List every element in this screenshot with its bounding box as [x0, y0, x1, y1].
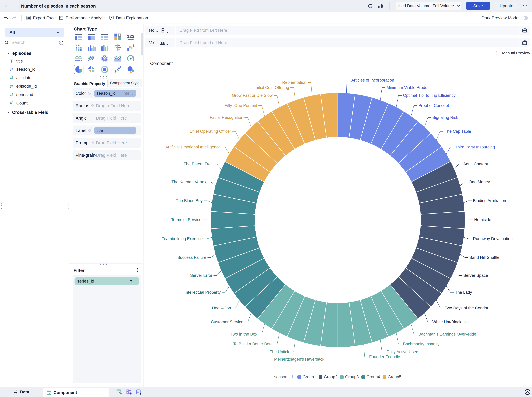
slice-label: Server Error	[190, 273, 212, 278]
field-chip-title[interactable]: title	[94, 127, 136, 134]
slice-label: Runaway Devaluation	[473, 236, 513, 241]
slice-label: Homicide	[474, 217, 491, 222]
slice-label: Daily Active Users	[387, 350, 419, 354]
chart-type-gauge-icon[interactable]	[127, 54, 135, 63]
export-excel-button[interactable]: Export Excel	[26, 12, 57, 24]
label-leader-line	[290, 340, 295, 352]
chart-type-radar-icon[interactable]	[100, 54, 109, 63]
gear-icon[interactable]	[88, 129, 91, 132]
data-volume-select[interactable]: Used Data Volume: Full Volume	[396, 2, 461, 10]
add-dashboard-icon[interactable]	[126, 389, 132, 395]
save-button[interactable]: Save	[466, 2, 490, 10]
toolbar-divider	[21, 15, 22, 21]
lineage-icon[interactable]	[378, 3, 384, 9]
chart-type-column-icon[interactable]	[87, 43, 96, 52]
kebab-menu-icon[interactable]	[135, 267, 140, 273]
chart-type-donut-icon[interactable]	[100, 65, 109, 74]
tab-data[interactable]: Data	[13, 387, 29, 397]
field-item-season-id[interactable]: season_id	[9, 65, 36, 74]
filter-dropzone[interactable]: series_id	[73, 275, 141, 383]
slice-label: Initial Coin Offering	[254, 85, 289, 90]
slice-label: Customer Service	[211, 320, 243, 324]
slice-label: The Lady	[455, 290, 472, 295]
search-input[interactable]: Search	[4, 38, 56, 47]
chart-type-block-icon[interactable]	[114, 33, 122, 41]
chevron-down-icon	[56, 30, 60, 35]
gear-icon[interactable]	[91, 104, 94, 108]
data-explanation-button[interactable]: Data Explanation	[109, 12, 148, 24]
property-row-label[interactable]: Label title	[73, 125, 141, 136]
legend-item[interactable]: Group3	[340, 375, 359, 379]
collapse-panel-icon[interactable]	[5, 3, 10, 9]
dark-preview-label: Dark Preview Mode	[482, 12, 518, 24]
tab-component[interactable]: Component	[43, 388, 109, 397]
search-options-icon[interactable]	[59, 40, 64, 45]
resize-handle[interactable]	[100, 76, 107, 79]
slice-label: Teambuilding Exercise	[162, 236, 203, 241]
property-row-prompt[interactable]: Prompt Drag Field Here	[73, 138, 141, 148]
gear-icon[interactable]	[91, 141, 95, 145]
add-report-icon[interactable]	[136, 389, 142, 395]
number-field-icon	[9, 67, 14, 72]
resize-handle[interactable]	[100, 262, 107, 265]
scrollbar[interactable]	[141, 33, 143, 56]
chart-type-bar-icon[interactable]	[114, 43, 122, 52]
window-resize-handle[interactable]	[0, 203, 2, 209]
chart-type-title: Chart Type	[74, 26, 97, 31]
chart-type-bubble-icon[interactable]	[127, 65, 135, 74]
legend-swatch	[297, 375, 301, 379]
field-item-episode-id[interactable]: episode_id	[9, 82, 37, 90]
gear-icon[interactable]	[87, 91, 91, 95]
collapse-bottom-icon[interactable]	[524, 389, 531, 395]
page-title: Number of episodes in each season	[21, 4, 96, 9]
chart-type-colored-column-icon[interactable]	[100, 43, 109, 52]
add-chart-icon[interactable]	[116, 389, 122, 395]
label-leader-line	[436, 300, 443, 308]
property-row-fine-grained[interactable]: Fine-grained Drag Field Here	[73, 150, 141, 160]
refresh-icon[interactable]	[367, 3, 373, 9]
chart-type-rose-icon[interactable]	[87, 65, 96, 74]
redo-icon[interactable]	[12, 15, 17, 21]
chart-type-cross-table-icon[interactable]	[87, 33, 96, 41]
chart-type-line-pair-icon[interactable]	[74, 54, 83, 63]
panel-resize-handle[interactable]	[68, 203, 71, 209]
chart-type-area-icon[interactable]	[114, 54, 122, 63]
chart-type-waterfall-icon[interactable]	[127, 43, 135, 52]
property-row-radius[interactable]: Radius Drag a Field Here	[73, 101, 141, 111]
more-button[interactable]: ...	[522, 2, 528, 10]
field-item-count[interactable]: Count	[9, 99, 28, 107]
legend-label: Group1	[302, 375, 316, 379]
tab-graphic-property[interactable]: Graphic Property	[74, 81, 105, 86]
legend-item[interactable]: Group2	[319, 375, 337, 379]
tree-node-episodes[interactable]: episodes	[7, 49, 31, 57]
field-item-air-date[interactable]: air_date	[9, 74, 31, 82]
tab-component-style[interactable]: Component Style	[107, 79, 142, 87]
field-chip-season-id[interactable]: season_id Inte...	[94, 90, 136, 97]
slice-label: Server Space	[463, 273, 488, 278]
slice-label: Success Failure	[177, 255, 206, 260]
property-row-color[interactable]: Color season_id Inte...	[73, 88, 141, 98]
legend-item[interactable]: Group1	[297, 375, 316, 379]
legend-item[interactable]: Group5	[383, 375, 401, 379]
performance-analysis-button[interactable]: Performance Analysis	[59, 12, 107, 24]
chart-type-grouped-table-icon[interactable]	[74, 33, 83, 41]
performance-icon	[59, 15, 64, 20]
slice-label: Intellectual Property	[185, 290, 221, 295]
label-leader-line	[364, 344, 368, 357]
table-scope-select[interactable]: All	[5, 28, 64, 37]
label-leader-line	[213, 164, 221, 169]
tree-node-cross-table[interactable]: Cross-Table Field	[7, 108, 48, 117]
chart-type-detail-table-icon[interactable]	[100, 33, 109, 41]
chart-type-multi-line-icon[interactable]	[87, 54, 96, 63]
field-item-series-id[interactable]: series_id	[9, 90, 33, 99]
chart-type-scatter-icon[interactable]	[114, 65, 122, 74]
chart-type-cell-bars-icon[interactable]	[74, 43, 83, 52]
legend-item[interactable]: Group4	[361, 375, 380, 379]
dark-preview-toggle[interactable]	[521, 16, 528, 20]
property-row-angle[interactable]: Angle Drag Field Here	[73, 113, 141, 123]
undo-icon[interactable]	[3, 15, 9, 21]
filter-chip-series-id[interactable]: series_id	[74, 277, 139, 285]
chart-type-kpi-icon[interactable]: 123	[127, 33, 135, 41]
update-button[interactable]: Update	[495, 2, 518, 10]
field-item-title[interactable]: title	[9, 57, 23, 65]
